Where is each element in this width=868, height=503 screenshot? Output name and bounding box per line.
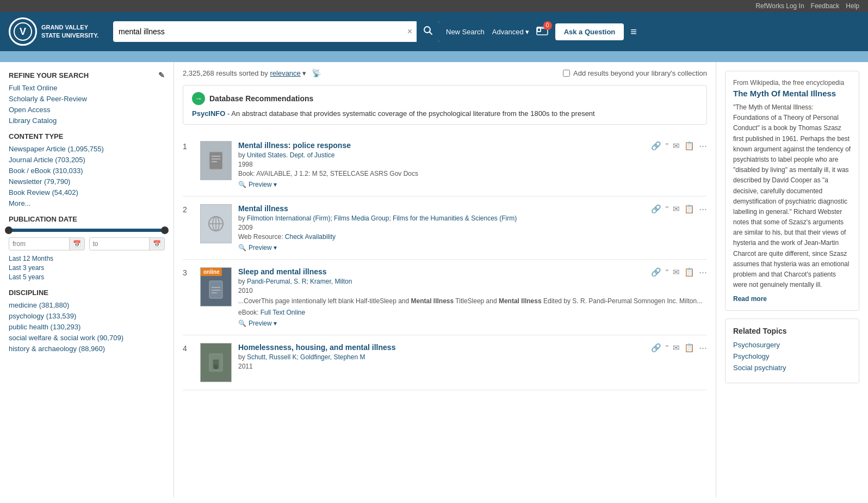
- preview-btn-3[interactable]: 🔍 Preview ▾: [238, 320, 277, 327]
- email-icon-1[interactable]: ✉: [673, 141, 680, 151]
- shortcut-3years[interactable]: Last 3 years: [9, 264, 165, 272]
- slider-thumb-right[interactable]: [161, 226, 169, 234]
- feedback-link[interactable]: Feedback: [811, 2, 840, 10]
- search-button[interactable]: [417, 21, 439, 42]
- main-layout: REFINE YOUR SEARCH ✎ Full Text Online Sc…: [0, 62, 868, 498]
- email-icon-3[interactable]: ✉: [673, 267, 680, 277]
- sidebar-link-library-catalog[interactable]: Library Catalog: [9, 116, 165, 125]
- discipline-medicine[interactable]: medicine (381,880): [9, 301, 165, 309]
- discipline-social-welfare[interactable]: social welfare & social work (90,709): [9, 334, 165, 342]
- result-author-4-1[interactable]: Schutt, Russell K: [247, 353, 296, 361]
- ask-question-button[interactable]: Ask a Question: [555, 23, 624, 40]
- more-icon-3[interactable]: ⋯: [699, 267, 707, 277]
- date-from-calendar-button[interactable]: 📅: [69, 238, 84, 250]
- date-from-input[interactable]: [9, 238, 69, 250]
- more-icon-2[interactable]: ⋯: [699, 204, 707, 214]
- hamburger-menu-button[interactable]: ≡: [630, 26, 637, 38]
- cite-icon-3[interactable]: ": [666, 267, 668, 277]
- refworks-link[interactable]: RefWorks Log In: [755, 2, 804, 10]
- result-actions-2: 🔗 " ✉ 📋 ⋯: [651, 204, 707, 214]
- shortcut-12months[interactable]: Last 12 Months: [9, 255, 165, 262]
- clear-button[interactable]: ×: [403, 27, 417, 36]
- more-icon-1[interactable]: ⋯: [699, 141, 707, 151]
- results-count: 2,325,268 results sorted by: [183, 69, 270, 77]
- result-body-1: Mental illness: police response by Unite…: [238, 141, 707, 188]
- new-search-link[interactable]: New Search: [446, 28, 485, 36]
- database-recommendations-box: → Database Recommendations PsycINFO - An…: [183, 85, 707, 125]
- slider-thumb-left[interactable]: [5, 226, 13, 234]
- content-type-more[interactable]: More...: [9, 199, 165, 207]
- result-author-2-1[interactable]: Filmotion International (Firm): [247, 214, 330, 222]
- result-author-2-2[interactable]: Films Media Group: [334, 214, 389, 222]
- result-actions-4: 🔗 " ✉ 📋 ⋯: [651, 343, 707, 353]
- link-icon-1[interactable]: 🔗: [651, 141, 661, 151]
- save-icon-4[interactable]: 📋: [684, 343, 695, 353]
- result-author-1-1[interactable]: United States. Dept. of Justice: [247, 151, 334, 159]
- result-author-2-3[interactable]: Films for the Humanities & Sciences (Fir…: [393, 214, 517, 222]
- discipline-public-health[interactable]: public health (130,293): [9, 323, 165, 331]
- result-title-3[interactable]: Sleep and mental illness: [238, 267, 327, 276]
- content-type-newspaper[interactable]: Newspaper Article (1,095,755): [9, 145, 165, 153]
- result-body-2: Mental illness by Filmotion Internationa…: [238, 204, 707, 252]
- full-text-link-3[interactable]: Full Text Online: [261, 309, 305, 316]
- sidebar-link-scholarly[interactable]: Scholarly & Peer-Review: [9, 95, 165, 103]
- content-type-newsletter[interactable]: Newsletter (79,790): [9, 177, 165, 186]
- help-link[interactable]: Help: [846, 2, 859, 10]
- preview-btn-2[interactable]: 🔍 Preview ▾: [238, 244, 277, 252]
- pub-date-title: PUBLICATION DATE: [9, 215, 165, 223]
- beyond-library-checkbox-area: Add results beyond your library's collec…: [563, 69, 707, 77]
- result-actions-1: 🔗 " ✉ 📋 ⋯: [651, 141, 707, 151]
- result-title-4[interactable]: Homelessness, housing, and mental illnes…: [238, 343, 395, 352]
- check-avail-link-2[interactable]: Check Availability: [285, 233, 336, 241]
- right-panel: From Wikipedia, the free encyclopedia Th…: [716, 62, 868, 498]
- result-author-3-2[interactable]: Kramer, Milton: [310, 278, 352, 285]
- save-icon-2[interactable]: 📋: [684, 204, 695, 214]
- search-input[interactable]: [113, 23, 403, 40]
- psycinfo-link[interactable]: PsycINFO: [192, 109, 225, 118]
- cite-icon-4[interactable]: ": [666, 343, 668, 353]
- sort-arrow-icon: ▾: [302, 69, 306, 77]
- result-author-4-2[interactable]: Goldfinger, Stephen M: [300, 353, 365, 361]
- date-to-input[interactable]: [90, 238, 150, 250]
- pub-date-section: 📅 📅 Last 12 Months Last 3 years Last 5 y…: [9, 229, 165, 281]
- sort-relevance-link[interactable]: relevance: [270, 69, 300, 77]
- date-to-calendar-button[interactable]: 📅: [149, 238, 164, 250]
- email-icon-2[interactable]: ✉: [673, 204, 680, 214]
- db-rec-arrow-icon: →: [192, 92, 205, 105]
- link-icon-2[interactable]: 🔗: [651, 204, 661, 214]
- result-author-3-1[interactable]: Pandi-Perumal, S. R: [247, 278, 306, 285]
- result-body-4: Homelessness, housing, and mental illnes…: [238, 343, 707, 382]
- content-type-book-review[interactable]: Book Review (54,402): [9, 188, 165, 197]
- sidebar-link-open-access[interactable]: Open Access: [9, 106, 165, 114]
- email-icon-4[interactable]: ✉: [673, 343, 680, 353]
- date-slider[interactable]: [9, 229, 165, 232]
- discipline-history[interactable]: history & archaeology (88,960): [9, 345, 165, 353]
- link-icon-4[interactable]: 🔗: [651, 343, 661, 353]
- cite-icon-1[interactable]: ": [666, 141, 668, 151]
- content-type-book[interactable]: Book / eBook (310,033): [9, 167, 165, 175]
- advanced-button[interactable]: Advanced ▾: [492, 28, 529, 36]
- center-content: 2,325,268 results sorted by relevance ▾ …: [174, 62, 716, 498]
- more-icon-4[interactable]: ⋯: [699, 343, 707, 353]
- related-topic-psychosurgery[interactable]: Psychosurgery: [733, 341, 851, 349]
- content-type-journal[interactable]: Journal Article (703,205): [9, 156, 165, 164]
- rss-icon[interactable]: 📡: [312, 69, 321, 77]
- cite-icon-2[interactable]: ": [666, 204, 668, 214]
- cart-icon-wrap[interactable]: 0: [536, 24, 549, 39]
- result-title-2[interactable]: Mental illness: [238, 204, 288, 213]
- preview-btn-1[interactable]: 🔍 Preview ▾: [238, 181, 277, 188]
- discipline-psychology[interactable]: psychology (133,539): [9, 312, 165, 320]
- result-title-1[interactable]: Mental illness: police response: [238, 141, 351, 150]
- save-icon-3[interactable]: 📋: [684, 267, 695, 277]
- related-topic-psychology[interactable]: Psychology: [733, 352, 851, 360]
- svg-rect-4: [537, 27, 541, 32]
- related-topics-title: Related Topics: [733, 327, 851, 335]
- wiki-read-more-link[interactable]: Read more: [733, 295, 767, 303]
- edit-icon[interactable]: ✎: [158, 71, 165, 79]
- beyond-library-checkbox[interactable]: [563, 70, 570, 77]
- related-topic-social-psychiatry[interactable]: Social psychiatry: [733, 364, 851, 372]
- sidebar-link-full-text[interactable]: Full Text Online: [9, 84, 165, 92]
- shortcut-5years[interactable]: Last 5 years: [9, 273, 165, 281]
- save-icon-1[interactable]: 📋: [684, 141, 695, 151]
- link-icon-3[interactable]: 🔗: [651, 267, 661, 277]
